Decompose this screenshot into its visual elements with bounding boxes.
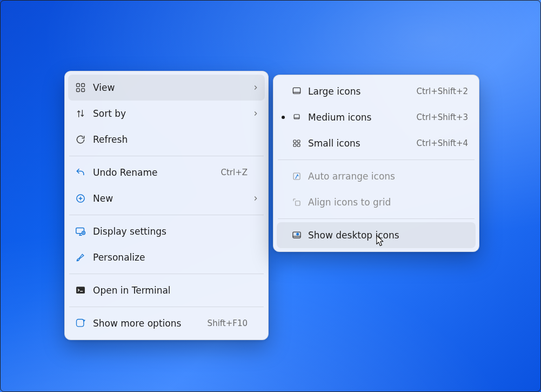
menu-separator bbox=[278, 160, 475, 160]
menu-item-label: New bbox=[90, 193, 248, 204]
menu-separator bbox=[69, 156, 264, 156]
undo-icon bbox=[75, 167, 86, 178]
auto-arrange-icon bbox=[291, 171, 302, 182]
grid-large-icon bbox=[75, 82, 86, 94]
menu-item-label: Open in Terminal bbox=[90, 285, 248, 296]
svg-rect-0 bbox=[77, 84, 80, 87]
svg-point-19 bbox=[296, 232, 299, 235]
new-icon bbox=[75, 192, 86, 204]
menu-item-new[interactable]: New bbox=[68, 185, 265, 211]
submenu-item-show-desktop-icons[interactable]: Show desktop icons bbox=[277, 222, 476, 248]
submenu-item-label: Align icons to grid bbox=[305, 197, 472, 208]
radio-selected-icon bbox=[282, 116, 285, 119]
svg-rect-9 bbox=[77, 320, 84, 327]
svg-point-7 bbox=[77, 260, 78, 261]
submenu-item-accelerator: Ctrl+Shift+3 bbox=[417, 112, 472, 122]
refresh-icon bbox=[75, 134, 86, 145]
display-settings-icon bbox=[75, 225, 86, 237]
chevron-right-icon bbox=[252, 195, 259, 202]
menu-item-accelerator: Ctrl+Z bbox=[221, 168, 252, 177]
medium-icons-icon bbox=[291, 112, 302, 123]
menu-separator bbox=[69, 307, 264, 307]
submenu-item-large-icons[interactable]: Large icons Ctrl+Shift+2 bbox=[277, 78, 476, 104]
submenu-item-auto-arrange[interactable]: Auto arrange icons bbox=[277, 163, 476, 189]
svg-rect-11 bbox=[294, 115, 299, 119]
svg-rect-12 bbox=[293, 140, 296, 143]
menu-item-display-settings[interactable]: Display settings bbox=[68, 218, 265, 244]
svg-rect-14 bbox=[293, 144, 296, 147]
menu-item-sort-by[interactable]: Sort by bbox=[68, 101, 265, 127]
svg-rect-8 bbox=[76, 287, 85, 294]
view-submenu: Large icons Ctrl+Shift+2 Medium icons Ct… bbox=[273, 75, 479, 252]
submenu-item-label: Show desktop icons bbox=[305, 230, 472, 241]
menu-separator bbox=[69, 274, 264, 274]
svg-rect-2 bbox=[77, 89, 80, 92]
terminal-icon bbox=[75, 284, 86, 296]
svg-rect-10 bbox=[293, 88, 300, 94]
svg-rect-13 bbox=[297, 140, 300, 143]
submenu-item-label: Small icons bbox=[305, 138, 417, 149]
menu-item-label: Show more options bbox=[90, 318, 208, 329]
submenu-item-align-grid[interactable]: Align icons to grid bbox=[277, 189, 476, 215]
menu-item-label: View bbox=[90, 82, 248, 93]
more-options-icon bbox=[75, 317, 86, 329]
submenu-item-small-icons[interactable]: Small icons Ctrl+Shift+4 bbox=[277, 130, 476, 156]
menu-item-label: Sort by bbox=[90, 108, 248, 119]
large-icons-icon bbox=[291, 86, 302, 97]
show-desktop-icons-icon bbox=[291, 230, 302, 241]
menu-separator bbox=[69, 215, 264, 215]
menu-item-label: Refresh bbox=[90, 134, 248, 145]
menu-item-personalize[interactable]: Personalize bbox=[68, 244, 265, 270]
menu-item-refresh[interactable]: Refresh bbox=[68, 127, 265, 152]
menu-separator bbox=[278, 218, 475, 219]
svg-rect-17 bbox=[296, 201, 300, 205]
submenu-item-medium-icons[interactable]: Medium icons Ctrl+Shift+3 bbox=[277, 104, 476, 130]
submenu-item-label: Medium icons bbox=[305, 112, 417, 123]
menu-item-label: Display settings bbox=[90, 226, 248, 237]
svg-rect-15 bbox=[297, 144, 300, 147]
submenu-item-label: Auto arrange icons bbox=[305, 171, 472, 182]
menu-item-label: Personalize bbox=[90, 252, 248, 263]
menu-item-label: Undo Rename bbox=[90, 167, 221, 178]
submenu-item-accelerator: Ctrl+Shift+2 bbox=[417, 87, 472, 96]
personalize-icon bbox=[75, 251, 86, 263]
submenu-item-label: Large icons bbox=[305, 86, 417, 97]
submenu-item-accelerator: Ctrl+Shift+4 bbox=[417, 138, 472, 148]
menu-item-open-terminal[interactable]: Open in Terminal bbox=[68, 277, 265, 303]
menu-item-view[interactable]: View bbox=[68, 75, 265, 101]
menu-item-undo-rename[interactable]: Undo Rename Ctrl+Z bbox=[68, 160, 265, 185]
align-grid-icon bbox=[291, 197, 302, 208]
svg-rect-3 bbox=[82, 89, 85, 92]
chevron-right-icon bbox=[252, 84, 259, 91]
desktop-context-menu: View Sort by Refresh bbox=[64, 71, 269, 340]
small-icons-icon bbox=[291, 138, 302, 149]
menu-item-show-more-options[interactable]: Show more options Shift+F10 bbox=[68, 310, 265, 336]
chevron-right-icon bbox=[252, 110, 259, 117]
sort-icon bbox=[75, 108, 86, 119]
menu-item-accelerator: Shift+F10 bbox=[208, 318, 252, 328]
svg-rect-1 bbox=[82, 84, 85, 87]
